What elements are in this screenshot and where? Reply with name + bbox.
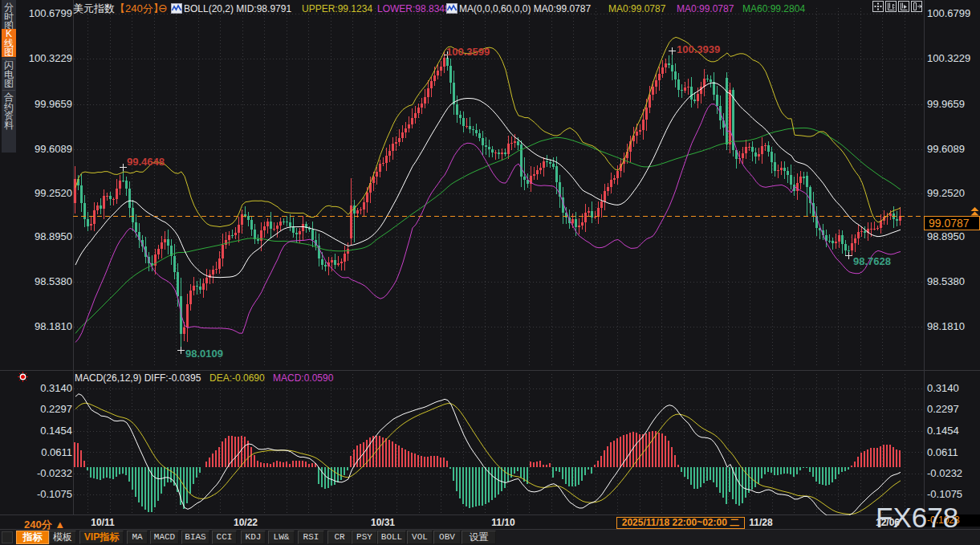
svg-text:100.3939: 100.3939: [677, 43, 720, 55]
svg-text:98.0109: 98.0109: [185, 348, 223, 360]
svg-text:98.7628: 98.7628: [853, 255, 891, 267]
svg-text:99.4648: 99.4648: [127, 156, 165, 168]
svg-text:100.3599: 100.3599: [446, 46, 490, 58]
